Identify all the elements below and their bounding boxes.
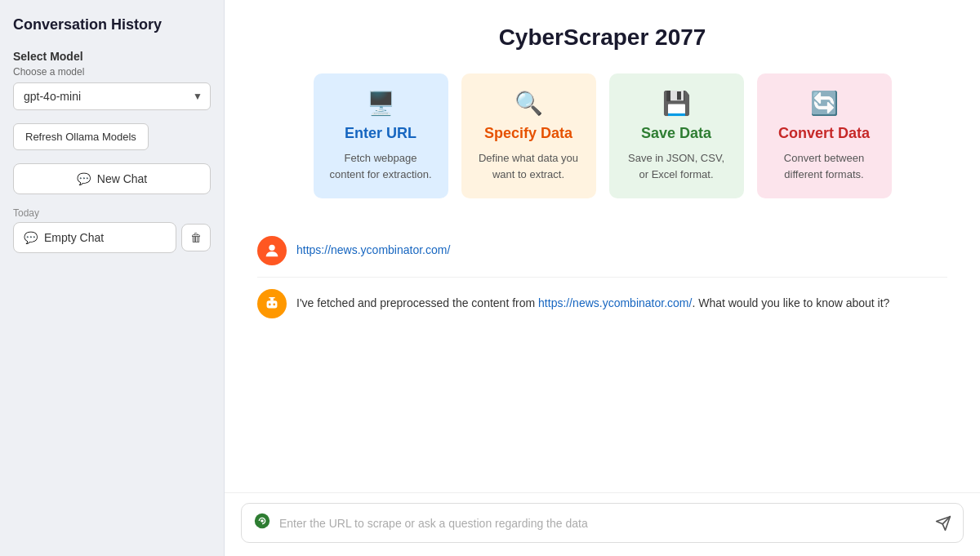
choose-model-sublabel: Choose a model xyxy=(13,66,211,78)
sidebar-title: Conversation History xyxy=(13,16,211,33)
bot-message-link[interactable]: https://news.ycombinator.com/ xyxy=(538,296,692,309)
save-data-icon: 💾 xyxy=(662,90,691,117)
user-message-link[interactable]: https://news.ycombinator.com/ xyxy=(296,243,450,256)
card-specify-data[interactable]: 🔍 Specify Data Define what data you want… xyxy=(461,73,596,198)
app-title: CyberScraper 2077 xyxy=(257,24,947,51)
svg-point-3 xyxy=(273,304,275,306)
new-chat-icon: 💬 xyxy=(77,172,91,185)
svg-point-5 xyxy=(261,519,264,523)
save-data-title: Save Data xyxy=(641,125,711,142)
select-model-section: Select Model Choose a model gpt-4o-mini … xyxy=(13,50,211,110)
history-item-label: Empty Chat xyxy=(44,231,104,244)
specify-data-description: Define what data you want to extract. xyxy=(474,150,583,182)
send-button[interactable] xyxy=(935,515,951,532)
sidebar: Conversation History Select Model Choose… xyxy=(0,0,225,556)
model-select[interactable]: gpt-4o-mini gpt-4o gpt-3.5-turbo xyxy=(13,82,211,110)
feature-cards: 🖥️ Enter URL Fetch webpage content for e… xyxy=(257,73,947,198)
convert-data-icon: 🔄 xyxy=(810,90,839,117)
delete-chat-button[interactable]: 🗑 xyxy=(181,224,211,251)
input-wrapper xyxy=(241,503,964,543)
today-section: Today 💬 Empty Chat 🗑 xyxy=(13,207,211,253)
chat-area: CyberScraper 2077 🖥️ Enter URL Fetch web… xyxy=(225,0,980,492)
model-select-wrapper: gpt-4o-mini gpt-4o gpt-3.5-turbo ▼ xyxy=(13,82,211,110)
svg-point-2 xyxy=(269,304,271,306)
specify-data-title: Specify Data xyxy=(484,125,572,142)
avatar-user xyxy=(257,236,287,265)
history-item-empty-chat[interactable]: 💬 Empty Chat xyxy=(13,222,176,253)
enter-url-icon: 🖥️ xyxy=(367,90,395,117)
enter-url-description: Fetch webpage content for extraction. xyxy=(327,150,435,182)
avatar-bot xyxy=(257,289,287,318)
input-bot-icon xyxy=(253,512,271,534)
input-area xyxy=(225,492,980,556)
chat-input[interactable] xyxy=(279,517,927,530)
card-enter-url[interactable]: 🖥️ Enter URL Fetch webpage content for e… xyxy=(314,73,448,198)
bot-message-content: I've fetched and preprocessed the conten… xyxy=(296,289,947,312)
card-save-data[interactable]: 💾 Save Data Save in JSON, CSV, or Excel … xyxy=(609,73,744,198)
specify-data-icon: 🔍 xyxy=(514,90,543,117)
select-model-label: Select Model xyxy=(13,50,211,63)
svg-point-0 xyxy=(269,245,274,251)
message-row-bot: I've fetched and preprocessed the conten… xyxy=(257,278,947,330)
convert-data-title: Convert Data xyxy=(778,125,870,142)
new-chat-button[interactable]: 💬 New Chat xyxy=(13,163,211,194)
refresh-ollama-button[interactable]: Refresh Ollama Models xyxy=(13,123,149,150)
enter-url-title: Enter URL xyxy=(345,125,416,142)
history-item-row: 💬 Empty Chat 🗑 xyxy=(13,222,211,253)
today-label: Today xyxy=(13,207,211,219)
history-item-icon: 💬 xyxy=(24,231,38,244)
message-row-user: https://news.ycombinator.com/ xyxy=(257,225,947,278)
bot-message-text-before: I've fetched and preprocessed the conten… xyxy=(296,296,538,309)
new-chat-label: New Chat xyxy=(97,172,147,185)
save-data-description: Save in JSON, CSV, or Excel format. xyxy=(622,150,731,182)
card-convert-data[interactable]: 🔄 Convert Data Convert between different… xyxy=(757,73,892,198)
convert-data-description: Convert between different formats. xyxy=(770,150,879,182)
user-message-content: https://news.ycombinator.com/ xyxy=(296,236,947,259)
main-content: CyberScraper 2077 🖥️ Enter URL Fetch web… xyxy=(225,0,980,556)
svg-rect-1 xyxy=(267,300,278,308)
bot-message-text-after: . What would you like to know about it? xyxy=(692,296,889,309)
